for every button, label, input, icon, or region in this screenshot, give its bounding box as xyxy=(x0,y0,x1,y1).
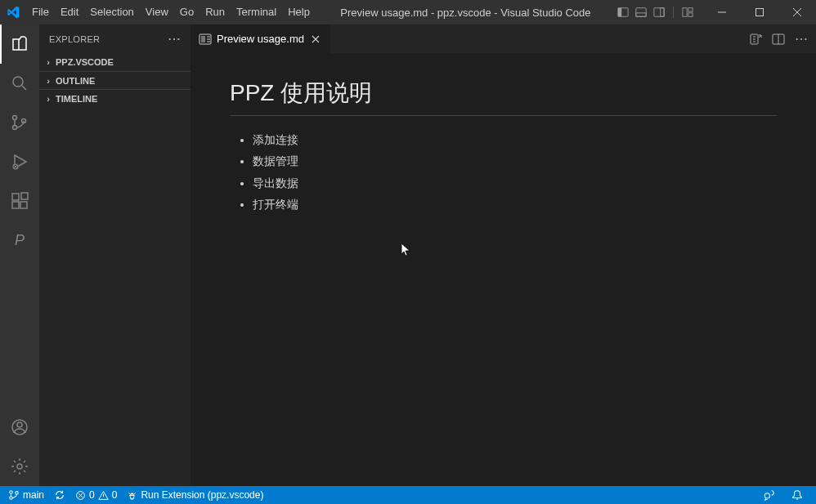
tab-close-icon[interactable] xyxy=(309,33,322,46)
menu-go[interactable]: Go xyxy=(174,0,200,25)
activity-source-control[interactable] xyxy=(0,103,39,142)
menu-help[interactable]: Help xyxy=(282,0,316,25)
main-area: P EXPLORER ⋯ › PPZ.VSCODE › OUTLINE › TI… xyxy=(0,25,816,486)
open-source-icon[interactable] xyxy=(749,33,762,46)
activity-settings[interactable] xyxy=(0,447,39,486)
sidebar-title: EXPLORER xyxy=(49,34,100,44)
svg-rect-23 xyxy=(201,36,205,42)
minimize-button[interactable] xyxy=(703,0,741,25)
svg-rect-4 xyxy=(654,8,664,17)
activity-explorer[interactable] xyxy=(0,25,39,64)
error-count: 0 xyxy=(89,489,95,501)
chevron-right-icon: › xyxy=(43,57,54,67)
svg-rect-15 xyxy=(12,194,19,200)
svg-rect-9 xyxy=(756,9,764,16)
markdown-preview: PPZ 使用说明 添加连接 数据管理 导出数据 打开终端 xyxy=(191,53,816,486)
section-label: OUTLINE xyxy=(56,76,95,86)
tab-bar: Preview usage.md ⋯ xyxy=(191,25,816,53)
svg-rect-1 xyxy=(618,8,621,17)
svg-point-11 xyxy=(13,116,17,120)
menu-terminal[interactable]: Terminal xyxy=(231,0,282,25)
svg-point-21 xyxy=(17,464,22,469)
svg-point-20 xyxy=(17,422,22,427)
activity-extensions[interactable] xyxy=(0,181,39,221)
sidebar-section-timeline[interactable]: › TIMELINE xyxy=(39,89,191,107)
status-problems[interactable]: 0 0 xyxy=(70,486,122,504)
layout-controls xyxy=(616,5,695,20)
menu-run[interactable]: Run xyxy=(200,0,231,25)
more-actions-icon[interactable]: ⋯ xyxy=(795,31,808,47)
tab-label: Preview usage.md xyxy=(217,33,304,45)
warning-count: 0 xyxy=(112,489,118,501)
sidebar-section-outline[interactable]: › OUTLINE xyxy=(39,71,191,89)
svg-rect-8 xyxy=(688,13,693,16)
activity-bar: P xyxy=(0,25,39,486)
svg-point-31 xyxy=(764,493,769,498)
status-branch[interactable]: main xyxy=(3,486,49,504)
activity-run-debug[interactable] xyxy=(0,142,39,181)
separator xyxy=(673,7,674,18)
svg-rect-6 xyxy=(683,8,687,17)
panel-bottom-icon[interactable] xyxy=(634,5,648,20)
status-feedback-icon[interactable] xyxy=(759,486,780,504)
status-sync[interactable] xyxy=(49,486,70,504)
activity-accounts[interactable] xyxy=(0,408,39,447)
close-button[interactable] xyxy=(778,0,816,25)
split-editor-icon[interactable] xyxy=(772,33,785,46)
activity-search[interactable] xyxy=(0,64,39,103)
tab-actions: ⋯ xyxy=(741,25,816,53)
svg-rect-5 xyxy=(661,8,664,17)
status-bell-icon[interactable] xyxy=(787,486,808,504)
editor-group: Preview usage.md ⋯ PPZ 使用说明 添加连接 数据管理 xyxy=(191,25,816,486)
chevron-right-icon: › xyxy=(43,76,54,86)
svg-point-28 xyxy=(16,492,19,495)
sidebar: EXPLORER ⋯ › PPZ.VSCODE › OUTLINE › TIME… xyxy=(39,25,191,486)
panel-left-icon[interactable] xyxy=(616,5,630,20)
svg-rect-2 xyxy=(636,8,646,17)
activity-ppz[interactable]: P xyxy=(0,221,39,260)
window-title: Preview usage.md - ppz.vscode - Visual S… xyxy=(316,7,616,19)
panel-right-icon[interactable] xyxy=(652,5,666,20)
svg-point-26 xyxy=(10,491,13,494)
window-controls xyxy=(703,0,816,25)
svg-rect-18 xyxy=(21,193,28,199)
svg-rect-16 xyxy=(12,202,19,208)
tab-preview-usage[interactable]: Preview usage.md xyxy=(191,25,331,53)
chevron-right-icon: › xyxy=(43,94,54,104)
menu-selection[interactable]: Selection xyxy=(84,0,139,25)
svg-rect-7 xyxy=(688,8,693,11)
menu-view[interactable]: View xyxy=(140,0,174,25)
list-item: 添加连接 xyxy=(253,131,777,149)
section-label: TIMELINE xyxy=(56,94,97,104)
list-item: 导出数据 xyxy=(253,174,777,192)
list-item: 打开终端 xyxy=(253,195,777,213)
preview-list: 添加连接 数据管理 导出数据 打开终端 xyxy=(230,131,777,214)
svg-rect-3 xyxy=(636,13,646,16)
menu-edit[interactable]: Edit xyxy=(55,0,84,25)
status-debug-target[interactable]: Run Extension (ppz.vscode) xyxy=(122,486,268,504)
section-label: PPZ.VSCODE xyxy=(56,57,114,67)
preview-heading: PPZ 使用说明 xyxy=(230,78,777,116)
title-bar: File Edit Selection View Go Run Terminal… xyxy=(0,0,816,25)
branch-name: main xyxy=(23,489,44,501)
status-bar: main 0 0 Run Extension (ppz.vscode) xyxy=(0,486,816,504)
vscode-icon xyxy=(7,6,20,19)
customize-layout-icon[interactable] xyxy=(680,5,695,20)
svg-point-27 xyxy=(10,497,13,500)
list-item: 数据管理 xyxy=(253,152,777,170)
svg-point-12 xyxy=(13,126,17,130)
sidebar-header: EXPLORER ⋯ xyxy=(39,25,191,53)
sidebar-more-icon[interactable]: ⋯ xyxy=(168,33,181,46)
preview-icon xyxy=(199,33,212,46)
sidebar-section-project[interactable]: › PPZ.VSCODE xyxy=(39,53,191,71)
svg-point-10 xyxy=(13,77,23,87)
menu-bar: File Edit Selection View Go Run Terminal… xyxy=(26,0,316,25)
run-target: Run Extension (ppz.vscode) xyxy=(141,489,263,501)
menu-file[interactable]: File xyxy=(26,0,55,25)
svg-rect-17 xyxy=(20,202,27,208)
maximize-button[interactable] xyxy=(741,0,778,25)
